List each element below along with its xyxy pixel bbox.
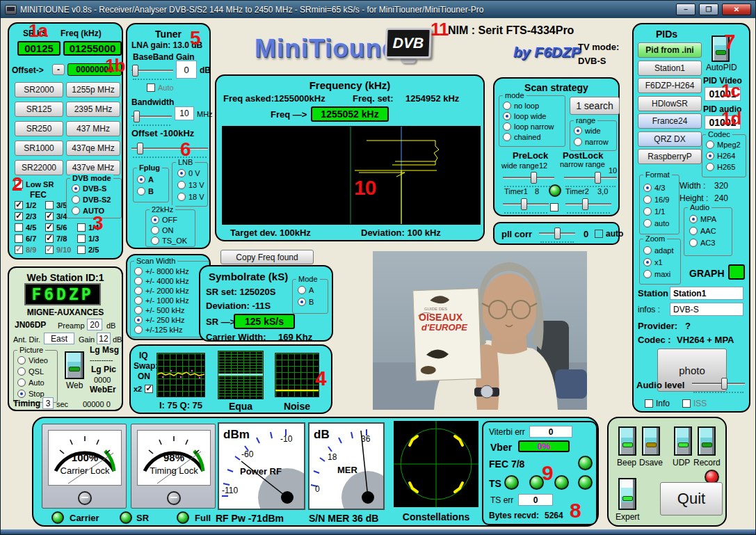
format-radio-16-9[interactable]: 16/9	[643, 195, 669, 205]
station-field[interactable]: Station1	[670, 287, 743, 300]
scan-width-radio-1000[interactable]: +/- 1000 kHz	[134, 296, 189, 305]
scan-width-radio-500[interactable]: +/- 500 kHz	[134, 305, 185, 315]
zoom-radio-x1[interactable]: x1	[643, 257, 663, 267]
pll-auto-checkbox[interactable]: auto	[595, 229, 623, 239]
f6dzp-h264-button[interactable]: F6DZP-H264	[638, 78, 702, 93]
slider-thumb[interactable]	[132, 65, 138, 77]
scan-checkbox[interactable]	[550, 202, 558, 212]
mode-radio-chained[interactable]: chained	[503, 132, 541, 142]
copy-freq-found-button[interactable]: Copy Freq found	[220, 250, 314, 264]
fec-checkbox-6-7[interactable]: 6/7	[15, 234, 36, 243]
preset-2395-button[interactable]: 2395 MHz	[66, 102, 120, 117]
preset-sr250-button[interactable]: SR250	[15, 121, 63, 136]
minimize-button[interactable]: –	[676, 3, 695, 15]
preset-437-button[interactable]: 437 MHz	[66, 121, 120, 136]
codec-radio-mpeg2[interactable]: Mpeg2	[706, 140, 741, 150]
preset-sr1000-button[interactable]: SR1000	[15, 141, 63, 156]
codec-radio-h265[interactable]: H265	[706, 162, 735, 172]
khz22-radio-off[interactable]: OFF	[151, 215, 177, 225]
codec-radio-h264[interactable]: H264	[706, 151, 735, 161]
slider-thumb[interactable]	[595, 172, 601, 184]
timing-field[interactable]: 3	[42, 397, 54, 409]
dvb-mode-radio-dvb-s2[interactable]: DVB-S2	[72, 195, 111, 205]
mode-radio-loop-narrow[interactable]: loop narrow	[503, 122, 554, 131]
qrz-dx-button[interactable]: QRZ DX	[638, 131, 702, 147]
zoom-radio-adapt[interactable]: adapt	[643, 246, 674, 255]
fec-checkbox-8-9[interactable]: 8/9	[15, 245, 36, 255]
dvb-mode-radio-dvb-s[interactable]: DVB-S	[72, 184, 106, 193]
mode-radio-loop-wide[interactable]: loop wide	[503, 111, 546, 121]
zoom-radio-maxi[interactable]: maxi	[643, 269, 670, 279]
slider-thumb[interactable]	[721, 378, 727, 390]
station1-button[interactable]: Station1	[638, 61, 702, 76]
audio-level-slider[interactable]	[692, 378, 745, 390]
timing-lock-knob[interactable]	[167, 491, 181, 505]
slider-thumb[interactable]	[137, 143, 143, 154]
fplug-radio-a[interactable]: A	[137, 175, 154, 184]
pll-corr-slider[interactable]	[539, 227, 575, 239]
tuner-offset-slider[interactable]	[131, 143, 208, 154]
slider-thumb[interactable]	[554, 227, 561, 239]
slider-thumb[interactable]	[531, 172, 537, 184]
udp-switch[interactable]	[674, 426, 692, 456]
audio-radio-ac3[interactable]: AC3	[689, 238, 715, 248]
khz22-radio-on[interactable]: ON	[151, 225, 174, 235]
picture-radio-auto[interactable]: Auto	[17, 378, 45, 388]
france24-button[interactable]: France24	[638, 113, 702, 129]
scan-width-radio-2000[interactable]: +/- 2000 kHz	[134, 286, 189, 296]
fec-checkbox-9-10[interactable]: 9/10	[45, 245, 71, 255]
picture-radio-video[interactable]: Video	[17, 356, 48, 365]
bandwidth-field[interactable]: 10	[175, 106, 194, 120]
baseband-auto-checkbox[interactable]: Auto	[147, 83, 174, 93]
infos-field[interactable]: DVB-S	[670, 303, 743, 316]
record-switch[interactable]	[698, 426, 716, 456]
lnb-radio-13v[interactable]: 13 V	[177, 180, 204, 190]
pid-from-ini-button[interactable]: Pid from .ini	[638, 42, 702, 58]
maximize-button[interactable]: ❐	[699, 3, 718, 15]
quit-button[interactable]: Quit	[660, 482, 723, 516]
offset-minus-button[interactable]: -	[52, 64, 65, 75]
preset-1255p-button[interactable]: 1255p MHz	[66, 82, 120, 97]
scan-width-radio-125[interactable]: +/-125 kHz	[134, 325, 183, 335]
postlock-slider[interactable]	[564, 172, 617, 184]
fplug-radio-b[interactable]: B	[137, 186, 154, 196]
fec-checkbox-5-6[interactable]: 5/6	[45, 223, 67, 232]
close-button[interactable]: ✕	[722, 3, 751, 15]
preset-437qe-button[interactable]: 437qe MHz	[66, 141, 120, 156]
slider-thumb[interactable]	[521, 198, 527, 210]
fec-checkbox-3-4[interactable]: 3/4	[45, 211, 67, 221]
lnb-radio-18v[interactable]: 18 V	[177, 192, 204, 202]
khz22-radio-ts-ok[interactable]: TS_OK	[151, 236, 187, 246]
web-switch[interactable]	[65, 351, 84, 379]
gain-field[interactable]: 12	[97, 333, 111, 344]
scan-width-radio-4000[interactable]: +/- 4000 kHz	[134, 276, 189, 286]
expert-switch[interactable]	[618, 478, 636, 510]
info-checkbox[interactable]: Info	[645, 399, 670, 408]
fec-checkbox-7-8[interactable]: 7/8	[45, 234, 67, 243]
carrier-lock-knob[interactable]	[78, 491, 92, 505]
x2-checkbox[interactable]: x2	[134, 384, 153, 394]
iss-checkbox[interactable]: ISS	[682, 399, 707, 408]
slider-thumb[interactable]	[134, 111, 140, 122]
preamp-field[interactable]: 20	[87, 319, 102, 330]
picture-radio-stop[interactable]: Stop	[17, 389, 45, 399]
audio-radio-mpa[interactable]: MPA	[689, 214, 716, 224]
range-radio-wide[interactable]: wide	[574, 126, 601, 136]
preset-sr125-button[interactable]: SR125	[15, 102, 63, 117]
fec-checkbox-1-3[interactable]: 1/3	[77, 234, 99, 243]
format-radio-1-1[interactable]: 1/1	[643, 207, 665, 216]
beep-switch[interactable]	[618, 426, 636, 456]
graph-indicator[interactable]	[728, 264, 745, 280]
hdlowsr-button[interactable]: HDlowSR	[638, 96, 702, 111]
scan-width-radio-250[interactable]: +/- 250 kHz	[134, 315, 185, 325]
range-radio-narrow[interactable]: narrow	[574, 137, 609, 147]
audio-radio-aac[interactable]: AAC	[689, 226, 716, 236]
ant-dir-field[interactable]: East	[44, 333, 74, 344]
dsave-switch[interactable]	[642, 426, 660, 456]
one-search-button[interactable]: 1 search	[570, 97, 620, 115]
sr-mode-radio-b[interactable]: B	[298, 297, 314, 307]
picture-radio-qsl[interactable]: QSL	[17, 367, 44, 376]
mode-radio-no-loop[interactable]: no loop	[503, 101, 539, 111]
fec-checkbox-2-3[interactable]: 2/3	[15, 211, 36, 221]
timer2-slider[interactable]	[565, 198, 611, 210]
